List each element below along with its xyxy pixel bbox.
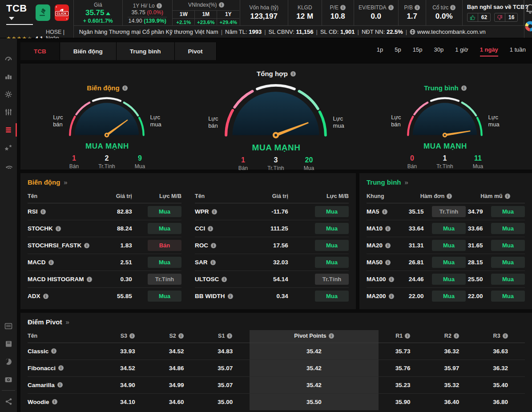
tab-biến-động[interactable]: Biến động [60, 42, 117, 60]
info-icon[interactable]: i [129, 333, 135, 339]
timeframe-1-tuần[interactable]: 1 tuần [510, 46, 526, 57]
sidebar-item-notebook[interactable] [0, 335, 17, 353]
info-icon[interactable]: i [503, 333, 508, 339]
website-link[interactable]: www.techcombank.com.vn [410, 28, 486, 35]
info-icon[interactable]: i [52, 399, 57, 404]
dislike-button[interactable]: 16 [494, 13, 518, 22]
info-icon[interactable]: i [388, 5, 394, 10]
one-click-button[interactable]: ‹ 1 CLICK › [55, 4, 69, 21]
timeframe-5p[interactable]: 5p [395, 46, 401, 57]
signal-badge[interactable]: Mua [491, 274, 525, 285]
indicator-value: 0.30 [110, 271, 138, 288]
info-icon[interactable]: i [382, 209, 387, 214]
signal-badge[interactable]: Mua [491, 240, 525, 251]
notifications-bell-icon[interactable] [525, 4, 532, 16]
like-button[interactable]: 62 [467, 13, 491, 22]
info-icon[interactable]: i [43, 294, 48, 299]
signal-badge[interactable]: Mua [491, 206, 525, 217]
signal-badge[interactable]: Mua [432, 240, 466, 251]
tab-pivot[interactable]: Pivot [175, 42, 217, 60]
ticker-dropdown[interactable]: TCB [6, 3, 31, 22]
info-icon[interactable]: i [40, 209, 46, 214]
signal-badge[interactable]: Mua [148, 206, 181, 217]
sidebar-item-screener[interactable] [0, 103, 17, 121]
signal-badge[interactable]: Mua [432, 223, 466, 234]
signal-badge[interactable]: Tr.Tính [432, 206, 466, 217]
timeframe-1-giờ[interactable]: 1 giờ [455, 46, 468, 57]
info-icon[interactable]: i [157, 3, 162, 8]
timeframe-30p[interactable]: 30p [434, 46, 443, 57]
info-icon[interactable]: i [389, 277, 394, 282]
info-icon[interactable]: i [415, 5, 420, 10]
expand-chevrons-icon[interactable]: » [64, 178, 66, 186]
info-icon[interactable]: i [222, 277, 227, 282]
signal-badge[interactable]: Mua [315, 291, 349, 302]
tab-tcb[interactable]: TCB [20, 42, 60, 60]
info-icon[interactable]: i [212, 209, 217, 214]
signal-badge[interactable]: Mua [491, 257, 525, 268]
info-icon[interactable]: i [447, 194, 452, 199]
info-icon[interactable]: i [450, 5, 455, 10]
sidebar-item-share[interactable] [0, 392, 17, 410]
sidebar-item-news[interactable] [0, 157, 17, 174]
info-icon[interactable]: i [211, 243, 216, 248]
signal-badge[interactable]: Mua [491, 291, 525, 302]
signal-badge[interactable]: Tr.Tính [148, 274, 181, 285]
info-icon[interactable]: i [461, 85, 467, 91]
timeframe-1p[interactable]: 1p [377, 46, 383, 57]
signal-badge[interactable]: Mua [315, 223, 349, 234]
info-icon[interactable]: i [385, 260, 391, 265]
info-icon[interactable]: i [505, 194, 510, 199]
info-icon[interactable]: i [227, 333, 232, 339]
signal-badge[interactable]: Mua [315, 240, 349, 251]
info-icon[interactable]: i [178, 333, 184, 339]
info-icon[interactable]: i [57, 382, 63, 388]
signal-badge[interactable]: Mua [148, 291, 181, 302]
signal-badge[interactable]: Bán [148, 240, 181, 251]
sidebar-item-dashboard[interactable] [0, 50, 17, 68]
info-icon[interactable]: i [51, 348, 56, 354]
info-icon[interactable]: i [329, 333, 334, 339]
info-icon[interactable]: i [219, 2, 224, 8]
info-icon[interactable]: i [84, 243, 89, 248]
signal-badge[interactable]: Mua [148, 223, 181, 234]
sidebar-item-card-view[interactable] [0, 317, 17, 335]
signal-badge[interactable]: Tr.Tính [315, 274, 349, 285]
sidebar-item-technical-active[interactable] [0, 121, 17, 139]
signal-badge[interactable]: Mua [432, 291, 466, 302]
info-icon[interactable]: i [389, 294, 394, 299]
info-icon[interactable]: i [385, 226, 391, 231]
info-icon[interactable]: i [208, 226, 213, 231]
info-icon[interactable]: i [228, 294, 233, 299]
timeframe-15p[interactable]: 15p [413, 46, 423, 57]
sidebar-item-settings[interactable] [0, 85, 17, 103]
gauge-left-label: Lựcbán [391, 114, 401, 129]
signal-badge[interactable]: Mua [491, 223, 525, 234]
signal-badge[interactable]: Mua [432, 274, 466, 285]
expand-chevrons-icon[interactable]: » [66, 318, 69, 326]
info-icon[interactable]: i [454, 333, 459, 339]
tab-trung-bình[interactable]: Trung bình [117, 42, 175, 60]
info-icon[interactable]: i [56, 226, 61, 231]
info-icon[interactable]: i [58, 365, 64, 371]
trade-button[interactable] [36, 4, 50, 21]
expand-chevrons-icon[interactable]: » [404, 178, 407, 186]
info-icon[interactable]: i [122, 85, 128, 91]
info-icon[interactable]: i [87, 277, 92, 282]
info-icon[interactable]: i [405, 333, 410, 339]
sidebar-item-analytics[interactable] [0, 353, 17, 371]
sidebar-item-media[interactable] [0, 371, 17, 388]
signal-badge[interactable]: Mua [315, 206, 349, 217]
donut-chart-icon[interactable] [524, 20, 532, 34]
timeframe-1-ngày[interactable]: 1 ngày [480, 46, 498, 57]
info-icon[interactable]: i [48, 260, 54, 265]
info-icon[interactable]: i [210, 260, 216, 265]
signal-badge[interactable]: Mua [315, 257, 349, 268]
info-icon[interactable]: i [290, 71, 296, 77]
info-icon[interactable]: i [340, 5, 346, 10]
signal-badge[interactable]: Mua [432, 257, 466, 268]
sidebar-item-market[interactable] [0, 68, 17, 85]
sidebar-item-favorites[interactable] [0, 139, 17, 157]
info-icon[interactable]: i [385, 243, 391, 248]
signal-badge[interactable]: Mua [148, 257, 181, 268]
